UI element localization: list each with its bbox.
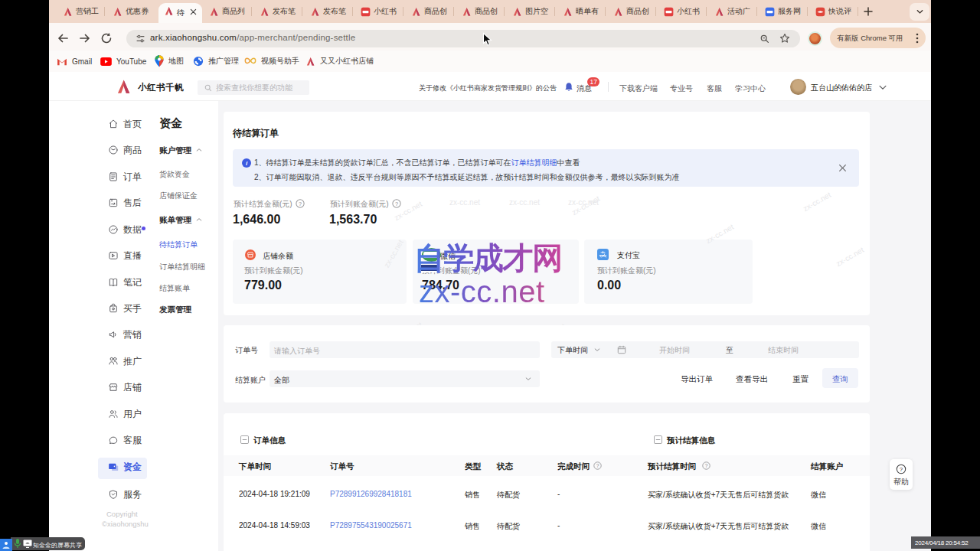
svg-text:?: ?	[596, 463, 599, 468]
svg-text:?: ?	[900, 466, 903, 473]
svg-text:?: ?	[299, 201, 302, 207]
svg-text:?: ?	[395, 201, 398, 207]
svg-text:?: ?	[705, 463, 708, 468]
